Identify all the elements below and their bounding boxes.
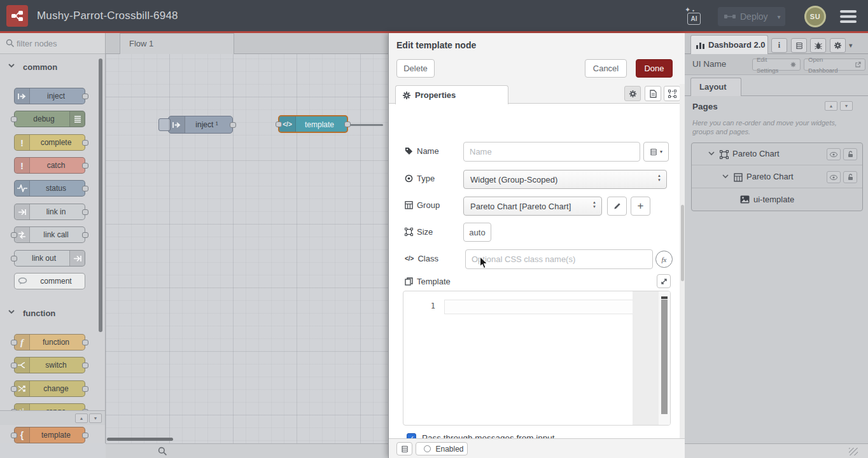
visibility-button[interactable] bbox=[827, 148, 841, 160]
type-select[interactable]: Widget (Group-Scoped) ▲▼ bbox=[463, 170, 667, 189]
output-port[interactable] bbox=[82, 363, 88, 368]
tab-layout[interactable]: Layout bbox=[690, 78, 741, 96]
palette-node-function[interactable]: f function bbox=[14, 334, 85, 350]
expand-all-icon[interactable]: ▼ bbox=[89, 413, 102, 423]
expand-editor-button[interactable] bbox=[657, 274, 671, 288]
palette-category-common[interactable]: common bbox=[0, 60, 102, 74]
palette-node-link-in[interactable]: link in bbox=[14, 204, 85, 220]
output-port[interactable] bbox=[82, 209, 88, 215]
tab-dashboard-2[interactable]: Dashboard 2.0 bbox=[690, 35, 768, 54]
deploy-caret-icon[interactable]: ▾ bbox=[778, 13, 781, 20]
palette-node-inject[interactable]: inject bbox=[14, 88, 85, 104]
template-code-editor[interactable]: 1 bbox=[403, 291, 671, 426]
chevron-down-icon[interactable] bbox=[708, 151, 715, 156]
main-menu-icon[interactable] bbox=[840, 10, 857, 24]
search-flows-icon[interactable] bbox=[158, 447, 167, 456]
output-port[interactable] bbox=[82, 94, 88, 99]
move-down-icon[interactable]: ▼ bbox=[840, 101, 853, 111]
output-port[interactable] bbox=[82, 232, 88, 238]
description-view-button[interactable] bbox=[645, 86, 661, 101]
palette-node-catch[interactable]: ! catch bbox=[14, 157, 85, 174]
resize-grip[interactable] bbox=[849, 448, 858, 455]
palette-category-function[interactable]: function bbox=[0, 307, 102, 321]
palette-scrollbar[interactable] bbox=[99, 59, 102, 332]
editor-scrollbar[interactable] bbox=[659, 291, 670, 426]
done-button[interactable]: Done bbox=[636, 59, 673, 78]
canvas-node-ui-template[interactable]: </> template bbox=[278, 115, 348, 133]
sidebar-menu-caret-icon[interactable]: ▾ bbox=[849, 41, 853, 50]
fx-button[interactable]: fx bbox=[655, 251, 673, 268]
open-dashboard-button[interactable]: Open Dashboard bbox=[804, 59, 865, 71]
flow-workspace[interactable]: inject ¹ </> template bbox=[106, 33, 388, 443]
group-select[interactable]: Pareto Chart [Pareto Chart] ▲▼ bbox=[463, 197, 602, 216]
palette-node-change[interactable]: change bbox=[14, 380, 85, 397]
tree-row-group[interactable]: Pareto Chart bbox=[692, 166, 862, 188]
deploy-icon bbox=[724, 13, 736, 20]
output-port[interactable] bbox=[230, 122, 236, 128]
node-red-logo-icon[interactable] bbox=[6, 5, 28, 27]
visibility-button[interactable] bbox=[827, 171, 841, 183]
move-up-icon[interactable]: ▲ bbox=[825, 101, 837, 111]
editor-current-line[interactable] bbox=[444, 300, 634, 314]
deploy-button[interactable]: Deploy ▾ bbox=[718, 7, 785, 26]
user-avatar[interactable]: SU bbox=[804, 6, 826, 27]
palette-node-complete[interactable]: ! complete bbox=[14, 134, 85, 151]
tree-row-page[interactable]: Pareto Chart bbox=[692, 143, 862, 165]
sidebar-footer bbox=[685, 443, 868, 458]
appearance-view-button[interactable] bbox=[664, 86, 680, 101]
chevron-down-icon[interactable] bbox=[722, 174, 729, 179]
info-tab-button[interactable]: i bbox=[771, 38, 787, 53]
collapse-all-icon[interactable]: ▲ bbox=[75, 413, 88, 423]
palette-node-comment[interactable]: comment bbox=[14, 273, 85, 289]
size-button[interactable]: auto bbox=[463, 223, 491, 242]
docs-button[interactable] bbox=[396, 442, 412, 455]
tree-row-widget[interactable]: ui-template bbox=[692, 189, 862, 211]
input-port[interactable] bbox=[11, 232, 17, 238]
output-port[interactable] bbox=[82, 340, 88, 345]
filter-nodes-input[interactable] bbox=[17, 36, 101, 51]
palette-node-link-out[interactable]: link out bbox=[14, 250, 85, 267]
enabled-state-icon bbox=[424, 445, 431, 452]
add-group-button[interactable]: + bbox=[631, 197, 650, 216]
output-port[interactable] bbox=[82, 186, 88, 191]
input-port[interactable] bbox=[276, 121, 282, 127]
palette-node-template[interactable]: { template bbox=[14, 427, 85, 443]
output-port[interactable] bbox=[82, 386, 88, 392]
output-port[interactable] bbox=[82, 433, 88, 438]
output-port[interactable] bbox=[82, 140, 88, 146]
delete-button[interactable]: Delete bbox=[396, 59, 435, 78]
editor-scrollbar-thumb[interactable] bbox=[661, 300, 668, 414]
input-port[interactable] bbox=[11, 433, 17, 438]
name-input[interactable] bbox=[463, 142, 640, 162]
input-port[interactable] bbox=[11, 256, 17, 261]
output-port[interactable] bbox=[82, 163, 88, 169]
palette-node-status[interactable]: status bbox=[14, 180, 85, 197]
edit-group-button[interactable] bbox=[607, 197, 627, 216]
palette-node-debug[interactable]: debug bbox=[14, 111, 85, 127]
size-icon bbox=[405, 228, 413, 236]
lock-button[interactable] bbox=[843, 171, 857, 183]
help-tab-button[interactable] bbox=[791, 38, 807, 53]
ai-assistant-icon[interactable]: ✦ ✦ AI bbox=[685, 8, 704, 27]
input-port[interactable] bbox=[11, 363, 17, 368]
input-port[interactable] bbox=[11, 386, 17, 392]
input-port[interactable] bbox=[11, 340, 17, 345]
tab-properties[interactable]: Properties bbox=[395, 85, 508, 104]
debug-tab-button[interactable] bbox=[810, 38, 826, 53]
tab-flow-1[interactable]: Flow 1 bbox=[120, 33, 234, 54]
config-tab-button[interactable] bbox=[830, 38, 846, 53]
lock-button[interactable] bbox=[843, 148, 857, 160]
class-input[interactable] bbox=[465, 249, 653, 269]
output-port[interactable] bbox=[344, 121, 351, 127]
properties-view-button[interactable] bbox=[624, 86, 641, 101]
canvas-node-inject[interactable]: inject ¹ bbox=[168, 116, 233, 134]
palette-node-link-call[interactable]: link call bbox=[14, 226, 85, 243]
input-port[interactable] bbox=[11, 116, 17, 122]
enabled-toggle-button[interactable]: Enabled bbox=[416, 442, 468, 455]
tray-scrollbar-thumb[interactable] bbox=[681, 205, 684, 281]
palette-node-switch[interactable]: switch bbox=[14, 357, 85, 373]
cancel-button[interactable]: Cancel bbox=[585, 59, 627, 78]
label-options-button[interactable]: ▾ bbox=[643, 142, 669, 162]
edit-settings-button[interactable]: Edit Settings bbox=[752, 59, 801, 71]
canvas-horizontal-scrollbar[interactable] bbox=[107, 438, 173, 441]
